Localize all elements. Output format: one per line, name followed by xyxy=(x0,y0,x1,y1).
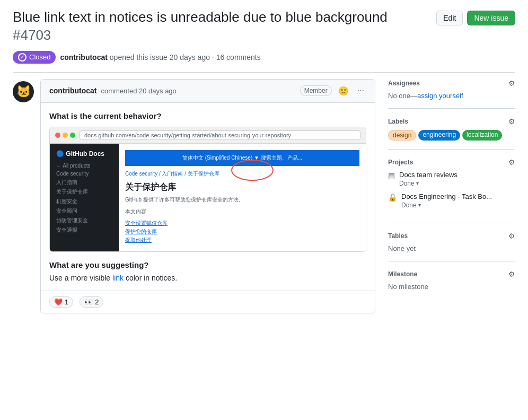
comment-time: commented 20 days ago xyxy=(101,87,176,95)
sidebar-assignees-section: Assignees ⚙ No one—assign yourself xyxy=(388,79,515,109)
comment-header-left: contributocat commented 20 days ago xyxy=(49,86,177,95)
label-design: design xyxy=(388,130,416,141)
nav-item-all-products: ← All products xyxy=(56,162,112,170)
issue-number: #4703 xyxy=(13,27,51,43)
status-badge: ✓ Closed xyxy=(13,51,56,64)
dot-red xyxy=(55,133,60,138)
assign-yourself-link[interactable]: assign yourself xyxy=(417,92,463,100)
label-engineering: engineering xyxy=(418,130,460,141)
comment-wrapper: 🐱 contributocat commented 20 days ago Me… xyxy=(13,79,375,313)
heart-emoji: ❤️ xyxy=(54,298,63,306)
milestone-gear-button[interactable]: ⚙ xyxy=(508,270,515,278)
label-localization: localization xyxy=(462,130,502,141)
comment-action: commented xyxy=(101,87,137,95)
banner-text: 简体中文 (Simplified Chinese) ▼ 搜索主题、产品... xyxy=(182,155,302,161)
milestone-empty: No milestone xyxy=(388,283,515,291)
article-link-3: 提取他处理 xyxy=(125,237,359,244)
suggestion-title: What are you suggesting? xyxy=(49,260,366,269)
page-content-mock: 🔵 GitHub Docs ← All products Code securi… xyxy=(50,144,366,251)
projects-title: Projects xyxy=(388,159,413,166)
nav-item-2: 关于保护仓库 xyxy=(56,187,112,197)
divider xyxy=(13,72,515,73)
projects-gear-button[interactable]: ⚙ xyxy=(508,158,515,167)
project-status-text-2: Done xyxy=(401,202,417,209)
assignees-empty: No one—assign yourself xyxy=(388,92,515,100)
eyes-reaction-button[interactable]: 👀 2 xyxy=(80,296,103,308)
header-actions: Edit New issue xyxy=(436,8,515,25)
tables-gear-button[interactable]: ⚙ xyxy=(508,232,515,240)
project-item-1: ▦ Docs team reviews Done ▾ xyxy=(388,171,515,187)
nav-item-4: 安全顾问 xyxy=(56,206,112,216)
avatar-image: 🐱 xyxy=(16,85,31,99)
page-article-text: GitHub 提供了许多可帮助您保护仓库安全的方法。 xyxy=(125,196,359,204)
suggestion-text-before: Use a more visible xyxy=(49,274,112,282)
heart-reaction-button[interactable]: ❤️ 1 xyxy=(49,296,73,308)
project-chevron-1: ▾ xyxy=(416,180,419,186)
sidebar-labels-section: Labels ⚙ design engineering localization xyxy=(388,117,515,150)
project-name-1: Docs team reviews xyxy=(399,171,515,179)
edit-button[interactable]: Edit xyxy=(436,11,463,25)
status-label: Closed xyxy=(29,53,50,61)
nav-item-code-security: Code security xyxy=(56,170,112,178)
author-link[interactable]: contributocat xyxy=(60,53,107,62)
sidebar-projects-header: Projects ⚙ xyxy=(388,158,515,167)
issue-meta: ✓ Closed contributocat opened this issue… xyxy=(13,51,515,64)
labels-container: design engineering localization xyxy=(388,130,515,141)
tables-empty: None yet xyxy=(388,244,515,252)
avatar: 🐱 xyxy=(13,81,34,102)
address-bar: docs.github.com/en/code-security/getting… xyxy=(80,130,360,140)
suggestion-text: Use a more visible link color in notices… xyxy=(49,274,366,282)
member-badge: Member xyxy=(300,85,332,96)
nav-item-6: 安全通报 xyxy=(56,225,112,235)
issue-meta-text: contributocat opened this issue 20 days … xyxy=(60,53,260,62)
dot-separator: · xyxy=(212,53,216,62)
project-details-2: Docs Engineering - Task Bo... Done ▾ xyxy=(401,192,515,209)
issue-title: Blue link text in notices is unreadable … xyxy=(13,8,436,45)
sidebar-tables-section: Tables ⚙ None yet xyxy=(388,232,515,261)
time-ago: 20 days ago xyxy=(170,53,210,62)
assignees-gear-button[interactable]: ⚙ xyxy=(508,79,515,88)
site-logo: 🔵 GitHub Docs xyxy=(56,150,112,158)
project-lock-icon-2: 🔒 xyxy=(388,193,397,202)
suggestion-link-word: link xyxy=(112,274,124,282)
assignees-empty-text: No one— xyxy=(388,92,417,100)
heart-count: 1 xyxy=(65,298,68,306)
project-name-2: Docs Engineering - Task Bo... xyxy=(401,192,515,200)
comment-card: contributocat commented 20 days ago Memb… xyxy=(40,79,375,313)
page-banner: 简体中文 (Simplified Chinese) ▼ 搜索主题、产品... xyxy=(125,150,359,166)
dot-yellow xyxy=(63,133,68,138)
nav-item-3: 机密安全 xyxy=(56,197,112,206)
project-status-1[interactable]: Done ▾ xyxy=(399,180,419,187)
comments-count: 16 comments xyxy=(216,53,261,62)
suggestion-text-after: color in notices. xyxy=(124,274,177,282)
browser-dots xyxy=(55,133,75,138)
comment-body: What is the current behavior? docs.githu… xyxy=(41,103,375,291)
article-link-2: 保护您的仓库 xyxy=(125,228,359,235)
current-behavior-title: What is the current behavior? xyxy=(49,111,366,120)
comment-time-value: 20 days ago xyxy=(139,87,177,95)
browser-chrome: docs.github.com/en/code-security/getting… xyxy=(50,127,366,144)
article-link-1: 安全设置赋值仓库 xyxy=(125,220,359,227)
main-layout: 🐱 contributocat commented 20 days ago Me… xyxy=(13,79,515,313)
sidebar-assignees-header: Assignees ⚙ xyxy=(388,79,515,88)
comment-header: contributocat commented 20 days ago Memb… xyxy=(41,80,375,103)
project-status-2[interactable]: Done ▾ xyxy=(401,202,421,209)
content-area: 🐱 contributocat commented 20 days ago Me… xyxy=(13,79,375,313)
project-details-1: Docs team reviews Done ▾ xyxy=(399,171,515,187)
nav-item-5: 协防管理安全 xyxy=(56,216,112,225)
eyes-count: 2 xyxy=(95,298,99,306)
screenshot-mockup: docs.github.com/en/code-security/getting… xyxy=(49,127,366,252)
page-article-section: 本文内容 xyxy=(125,208,359,215)
eyes-emoji: 👀 xyxy=(84,298,93,306)
opened-text: opened this issue xyxy=(110,53,170,62)
labels-gear-button[interactable]: ⚙ xyxy=(508,117,515,126)
more-options-button[interactable]: ··· xyxy=(355,85,366,97)
new-issue-button[interactable]: New issue xyxy=(467,11,515,25)
project-status-text-1: Done xyxy=(399,180,415,187)
comment-header-right: Member 🙂 ··· xyxy=(300,85,366,97)
comment-author: contributocat xyxy=(49,86,96,95)
emoji-reaction-button[interactable]: 🙂 xyxy=(336,85,351,97)
page-article-title: 关于保护仓库 xyxy=(125,182,359,193)
page-article-links: 安全设置赋值仓库 保护您的仓库 提取他处理 xyxy=(125,220,359,244)
sidebar: Assignees ⚙ No one—assign yourself Label… xyxy=(388,79,515,313)
